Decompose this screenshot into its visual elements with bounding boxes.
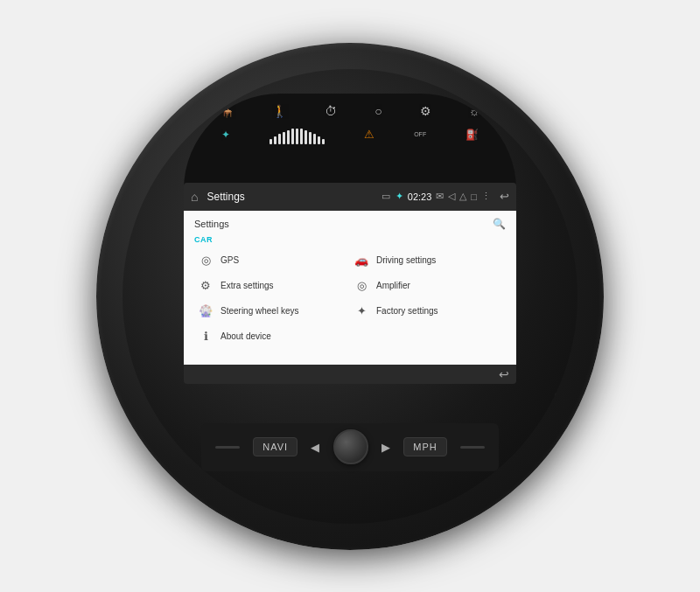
about-device-item[interactable]: ℹ About device bbox=[194, 324, 350, 349]
fuel-icon: ⛽ bbox=[466, 129, 479, 141]
left-lug bbox=[130, 393, 145, 419]
clock: 02:23 bbox=[408, 192, 432, 202]
driving-label: Driving settings bbox=[376, 255, 436, 265]
cluster-top-row: 🪑 🚶 ⏱ ○ ⚙ ☼ bbox=[184, 101, 516, 122]
volume-icon: ◁ bbox=[448, 191, 455, 202]
hazard-icon: ⚠ bbox=[364, 128, 374, 141]
factory-settings-item[interactable]: ✦ Factory settings bbox=[350, 298, 506, 324]
screen-icon: ▭ bbox=[382, 191, 390, 202]
back-icon[interactable]: ↩ bbox=[500, 190, 509, 203]
steering-label: Steering wheel keys bbox=[220, 306, 299, 316]
tachometer-icon: ⏱ bbox=[325, 104, 337, 118]
seatbelt-icon: 🪑 bbox=[220, 104, 234, 118]
gps-label: GPS bbox=[220, 255, 239, 265]
engine-icon: ⚙ bbox=[420, 104, 431, 118]
settings-header: Settings 🔍 bbox=[194, 218, 506, 230]
person-icon: 🚶 bbox=[272, 104, 287, 118]
factory-label: Factory settings bbox=[376, 306, 438, 316]
gps-icon: ◎ bbox=[198, 254, 214, 267]
screen-bottom-bar: ↩ bbox=[184, 365, 516, 384]
driving-settings-item[interactable]: 🚗 Driving settings bbox=[350, 247, 506, 273]
search-icon[interactable]: 🔍 bbox=[493, 218, 506, 230]
amplifier-icon: ◎ bbox=[354, 279, 369, 292]
window-icon: □ bbox=[471, 192, 477, 202]
amplifier-label: Amplifier bbox=[376, 281, 410, 290]
screen-title: Settings bbox=[206, 191, 375, 203]
status-icons: ✦ 02:23 ✉ ◁ △ □ ⋮ bbox=[396, 191, 491, 202]
mail-icon: ✉ bbox=[436, 191, 444, 202]
back-nav-icon[interactable]: ↩ bbox=[499, 367, 509, 381]
device-inner: 🪑 🚶 ⏱ ○ ⚙ ☼ ✦ bbox=[122, 69, 578, 524]
steering-icon: 🎡 bbox=[198, 304, 214, 317]
settings-grid: ◎ GPS 🚗 Driving settings ⚙ Extra setting… bbox=[194, 247, 506, 349]
info-icon: ℹ bbox=[198, 330, 214, 343]
left-dash bbox=[215, 446, 240, 449]
navi-button[interactable]: NAVI bbox=[253, 437, 298, 456]
bottom-controls: NAVI ◀ ▶ MPH bbox=[201, 423, 499, 471]
instrument-cluster: 🪑 🚶 ⏱ ○ ⚙ ☼ ✦ bbox=[184, 94, 516, 190]
device-outer: 🪑 🚶 ⏱ ○ ⚙ ☼ ✦ bbox=[96, 43, 604, 550]
extra-icon: ⚙ bbox=[198, 279, 214, 292]
factory-icon: ✦ bbox=[354, 304, 369, 317]
about-label: About device bbox=[220, 331, 271, 341]
center-knob[interactable] bbox=[333, 429, 368, 464]
steering-wheel-item[interactable]: 🎡 Steering wheel keys bbox=[194, 298, 350, 324]
mph-button[interactable]: MPH bbox=[403, 437, 446, 456]
prev-button[interactable]: ◀ bbox=[311, 441, 319, 454]
extra-label: Extra settings bbox=[220, 281, 274, 290]
off-label: OFF bbox=[414, 131, 426, 137]
right-lug bbox=[555, 393, 570, 419]
top-bar: ⌂ Settings ▭ ✦ 02:23 ✉ ◁ △ □ ⋮ ↩ bbox=[184, 183, 516, 211]
right-dash bbox=[460, 446, 485, 449]
settings-page-title: Settings bbox=[194, 219, 229, 229]
extra-settings-item[interactable]: ⚙ Extra settings bbox=[194, 273, 350, 298]
home-icon[interactable]: ⌂ bbox=[191, 190, 198, 204]
more-icon[interactable]: ⋮ bbox=[481, 191, 491, 202]
main-screen: ⌂ Settings ▭ ✦ 02:23 ✉ ◁ △ □ ⋮ ↩ Setting… bbox=[184, 183, 516, 384]
amplifier-item[interactable]: ◎ Amplifier bbox=[350, 273, 506, 298]
gps-item[interactable]: ◎ GPS bbox=[194, 247, 350, 273]
speedometer-ticks bbox=[270, 129, 325, 144]
eject-icon: △ bbox=[459, 191, 466, 202]
bluetooth-icon: ✦ bbox=[221, 129, 230, 141]
car-section-label: CAR bbox=[194, 235, 506, 244]
driving-icon: 🚗 bbox=[354, 254, 369, 267]
cluster-bottom-row: ✦ ⚠ OFF ⛽ bbox=[184, 122, 516, 148]
next-button[interactable]: ▶ bbox=[382, 441, 390, 454]
tire-pressure-icon: ○ bbox=[374, 104, 382, 118]
bluetooth-status-icon: ✦ bbox=[396, 191, 403, 202]
settings-panel: Settings 🔍 CAR ◎ GPS 🚗 Driving settings bbox=[184, 211, 516, 365]
headlight-icon: ☼ bbox=[469, 104, 480, 118]
